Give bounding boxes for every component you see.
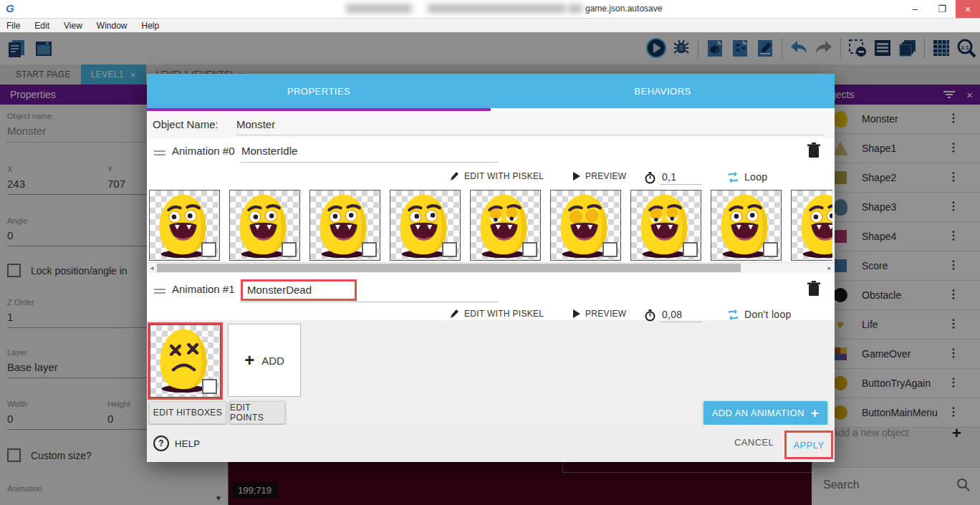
object-editor-dialog: PROPERTIES BEHAVIORS Object Name: Monste…	[147, 74, 835, 462]
animation1-header: Animation #1 MonsterDead	[147, 276, 835, 304]
drag-handle-icon[interactable]	[154, 148, 165, 158]
pencil-icon	[450, 171, 459, 181]
animation0-header: Animation #0 MonsterIdle	[147, 138, 835, 165]
animation0-name-field[interactable]: MonsterIdle	[241, 145, 297, 157]
animation-frame[interactable]	[229, 190, 300, 261]
dialog-tab-behaviors[interactable]: BEHAVIORS	[491, 74, 835, 108]
animation-frame[interactable]	[630, 190, 701, 261]
apply-button[interactable]: APPLY	[794, 440, 825, 451]
scrollbar-thumb[interactable]	[157, 264, 741, 272]
time-between-frames[interactable]: 0,1	[645, 171, 702, 185]
apply-button-highlight: APPLY	[784, 431, 833, 459]
time-between-frames[interactable]: 0,08	[645, 309, 702, 322]
drag-handle-icon[interactable]	[154, 287, 165, 296]
menu-file[interactable]: File	[6, 21, 20, 31]
menu-edit[interactable]: Edit	[34, 21, 49, 31]
dialog-tab-properties[interactable]: PROPERTIES	[147, 74, 491, 108]
timer-icon	[645, 309, 655, 322]
menubar: File Edit View Window Help	[0, 19, 980, 33]
scroll-left-icon[interactable]: ◄	[149, 265, 155, 271]
frame-checkbox[interactable]	[202, 379, 217, 394]
frame-checkbox[interactable]	[442, 242, 457, 257]
dialog-object-name-label: Object Name:	[153, 118, 218, 130]
frame-checkbox[interactable]	[763, 242, 778, 257]
frame-checkbox[interactable]	[362, 242, 377, 257]
frame-checkbox[interactable]	[201, 242, 216, 257]
minimize-button[interactable]: –	[901, 0, 928, 18]
preview-button[interactable]: PREVIEW	[573, 309, 626, 319]
dialog-tabbar: PROPERTIES BEHAVIORS	[147, 74, 835, 108]
edit-with-piskel-button[interactable]: EDIT WITH PISKEL	[450, 171, 544, 181]
animation0-controls: EDIT WITH PISKEL PREVIEW 0,1 Loop	[147, 165, 835, 188]
object-name-row: Object Name: Monster	[147, 111, 835, 138]
animation-frame[interactable]	[470, 190, 541, 261]
animation1-frame-highlight	[148, 322, 223, 400]
timer-icon	[645, 172, 655, 184]
preview-button[interactable]: PREVIEW	[573, 171, 626, 181]
animation-frame-dead[interactable]	[150, 324, 221, 398]
animation-frame[interactable]	[309, 190, 380, 261]
scroll-right-icon[interactable]: ►	[827, 265, 832, 271]
window-title: game.json.autosave	[585, 4, 662, 14]
frame-checkbox[interactable]	[522, 242, 537, 257]
animation-frame[interactable]	[711, 190, 782, 261]
animation0-frames	[149, 190, 832, 261]
delete-animation0-icon[interactable]	[807, 143, 820, 158]
dialog-object-name-field[interactable]: Monster	[236, 118, 824, 135]
frame-checkbox[interactable]	[282, 242, 297, 257]
frame-checkbox[interactable]	[683, 242, 698, 257]
menu-window[interactable]: Window	[97, 21, 128, 31]
cancel-button[interactable]: CANCEL	[734, 437, 774, 448]
help-icon: ?	[153, 436, 169, 451]
animation-frame[interactable]	[791, 190, 832, 261]
loop-toggle[interactable]: Don't loop	[727, 309, 792, 320]
animation1-controls: EDIT WITH PISKEL PREVIEW 0,08 Don't loop	[147, 303, 835, 326]
edit-hitboxes-button[interactable]: EDIT HITBOXES	[149, 401, 226, 424]
animation1-title: Animation #1	[172, 283, 235, 295]
menu-view[interactable]: View	[64, 21, 82, 31]
frame-checkbox[interactable]	[602, 242, 618, 257]
loop-icon	[727, 309, 739, 320]
animation-frame[interactable]	[390, 190, 461, 261]
close-button[interactable]: ×	[956, 0, 980, 18]
plus-icon: +	[244, 350, 254, 370]
dialog-footer: ? HELP CANCEL APPLY	[147, 425, 835, 462]
animation-frame[interactable]	[550, 190, 621, 261]
animation0-title: Animation #0	[172, 145, 235, 157]
edit-with-piskel-button[interactable]: EDIT WITH PISKEL	[450, 309, 544, 319]
delete-animation1-icon[interactable]	[807, 281, 820, 297]
redacted-title-segment	[346, 4, 412, 13]
play-icon	[573, 309, 580, 318]
gdevelop-window: G game.json.autosave – ❐ × File Edit Vie…	[0, 0, 980, 505]
animation-frame[interactable]	[149, 190, 220, 261]
add-frame-button[interactable]: + ADD	[228, 324, 301, 397]
animation1-name-field[interactable]: MonsterDead	[241, 279, 357, 301]
menu-help[interactable]: Help	[142, 21, 160, 31]
titlebar: G game.json.autosave – ❐ ×	[0, 0, 980, 19]
redacted-title-segment	[568, 4, 582, 13]
gdevelop-logo-icon: G	[6, 2, 19, 15]
loop-toggle[interactable]: Loop	[727, 171, 767, 183]
pencil-icon	[450, 309, 459, 319]
loop-icon	[727, 172, 739, 183]
redacted-title-segment	[428, 4, 566, 13]
add-animation-button[interactable]: ADD AN ANIMATION+	[703, 401, 827, 425]
plus-icon: +	[811, 405, 820, 421]
frames-scrollbar[interactable]: ◄ ►	[147, 262, 835, 273]
restore-button[interactable]: ❐	[928, 0, 956, 18]
play-icon	[573, 172, 580, 181]
edit-points-button[interactable]: EDIT POINTS	[229, 401, 285, 424]
help-button[interactable]: ? HELP	[153, 436, 200, 451]
